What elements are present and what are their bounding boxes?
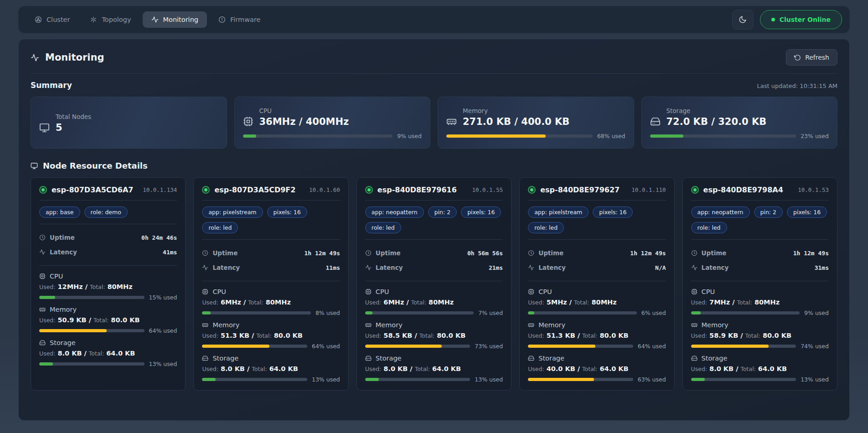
progress-label: 7% used [478, 309, 503, 316]
theme-toggle-button[interactable] [732, 10, 754, 30]
metric-title: Memory [376, 321, 403, 329]
node-tags: app: neopatternpin: 2pixels: 16role: led [365, 206, 503, 233]
progress-label: 9% used [397, 133, 422, 139]
progress-fill [243, 134, 257, 138]
metric-title: CPU [538, 288, 552, 295]
storage-icon [691, 355, 698, 361]
uptime-label: Uptime [538, 249, 563, 257]
node-divider [691, 239, 829, 240]
nav-tab[interactable]: Topology [81, 11, 140, 28]
latency-label: Latency [702, 264, 729, 271]
node-tag: pixels: 16 [787, 206, 827, 218]
metric-values: Used:8.0 KB/Total:64.0 KB [691, 365, 829, 372]
progress-label: 13% used [801, 376, 829, 383]
metric-title: CPU [702, 288, 715, 295]
progress-label: 68% used [597, 133, 625, 139]
node-details-title: Node Resource Details [31, 161, 837, 170]
progress-track [365, 345, 470, 348]
summary-grid: Total Nodes 5 CPU 36MHz / 400MHz 9% used… [31, 97, 837, 149]
summary-card-label: CPU [259, 107, 422, 114]
cpu-metric: CPU Used:7MHz/Total:80MHz 9% used [691, 288, 829, 316]
cluster-status-badge[interactable]: Cluster Online [760, 10, 842, 29]
cpu-icon [528, 289, 534, 295]
progress-track [528, 311, 637, 314]
summary-card-label: Memory [463, 107, 625, 114]
uptime-value: 0h 56m 56s [467, 250, 503, 257]
nav-tab[interactable]: Cluster [26, 11, 78, 28]
node-tag: pixels: 16 [593, 206, 633, 218]
last-updated-text: Last updated: 10:31:15 AM [757, 82, 837, 89]
refresh-button[interactable]: Refresh [786, 49, 837, 66]
node-online-dot [202, 186, 210, 194]
metric-values: Used:51.3 KB/Total:80.0 KB [202, 332, 340, 339]
storage-progress: 13% used [691, 376, 829, 383]
node-tag: pin: 2 [428, 206, 457, 218]
storage-progress: 63% used [528, 376, 666, 383]
node-name: esp-840D8E979616 [377, 186, 468, 194]
refresh-label: Refresh [805, 54, 829, 61]
progress-label: 64% used [638, 343, 666, 350]
nav-tab[interactable]: Monitoring [143, 11, 207, 28]
node-ip: 10.0.1.110 [631, 186, 666, 193]
storage-progress: 13% used [365, 376, 503, 383]
latency-label: Latency [212, 264, 240, 271]
node-tag: app: base [39, 206, 80, 218]
memory-metric: Memory Used:58.9 KB/Total:80.0 KB 74% us… [691, 321, 829, 350]
node-card: esp-840D8E979616 10.0.1.55 app: neopatte… [356, 177, 512, 391]
node-tag: app: neopattern [691, 206, 750, 218]
storage-icon [528, 355, 534, 361]
progress-label: 8% used [315, 309, 340, 316]
progress-track [446, 134, 593, 138]
metric-title: CPU [376, 288, 389, 295]
progress-fill [202, 345, 269, 348]
latency-label: Latency [50, 248, 77, 256]
node-card: esp-807D3A5CD6A7 10.0.1.134 app: baserol… [31, 177, 186, 391]
metric-values: Used:50.9 KB/Total:80.0 KB [39, 316, 177, 324]
activity-icon [202, 264, 208, 271]
memory-metric: Memory Used:51.3 KB/Total:80.0 KB 64% us… [528, 321, 666, 350]
progress-track [365, 311, 474, 314]
node-name: esp-807D3A5CD6A7 [52, 186, 138, 194]
progress-track [202, 311, 311, 314]
memory-progress: 74% used [691, 343, 829, 350]
summary-title: Summary [31, 81, 72, 90]
cpu-progress: 8% used [202, 309, 340, 316]
node-ip: 10.0.1.60 [309, 186, 340, 193]
metric-values: Used:8.0 KB/Total:64.0 KB [39, 350, 177, 357]
nav-tab-label: Firmware [230, 16, 260, 23]
storage-metric: Storage Used:8.0 KB/Total:64.0 KB 13% us… [365, 355, 503, 383]
latency-value: 31ms [815, 264, 829, 271]
node-tag: role: led [691, 222, 727, 233]
node-tag: app: pixelstream [202, 206, 263, 218]
memory-metric: Memory Used:51.3 KB/Total:80.0 KB 64% us… [202, 321, 340, 350]
cpu-progress: 7% used [365, 309, 503, 316]
progress-fill [691, 311, 701, 314]
metric-title: Memory [212, 321, 239, 329]
metric-values: Used:5MHz/Total:80MHz [528, 299, 666, 306]
node-tag: role: demo [84, 206, 128, 218]
progress-track [691, 378, 796, 381]
monitor-icon [39, 123, 50, 133]
progress-track [528, 345, 633, 348]
top-nav-right: Cluster Online [732, 10, 842, 30]
metric-values: Used:8.0 KB/Total:64.0 KB [365, 365, 503, 372]
metric-values: Used:12MHz/Total:80MHz [39, 283, 177, 290]
node-name: esp-807D3A5CD9F2 [214, 186, 305, 194]
uptime-row: Uptime 1h 12m 49s [528, 248, 666, 258]
metric-values: Used:6MHz/Total:80MHz [365, 299, 503, 306]
summary-card: CPU 36MHz / 400MHz 9% used [234, 97, 431, 149]
progress-fill [202, 378, 216, 381]
progress-label: 23% used [801, 133, 829, 139]
progress-fill [365, 345, 442, 348]
cpu-metric: CPU Used:6MHz/Total:80MHz 8% used [202, 288, 340, 316]
nav-tab[interactable]: Firmware [210, 11, 269, 28]
progress-label: 15% used [149, 294, 177, 301]
memory-icon [691, 322, 698, 328]
node-divider [365, 200, 503, 201]
refresh-icon [794, 54, 801, 61]
storage-metric: Storage Used:8.0 KB/Total:64.0 KB 13% us… [691, 355, 829, 383]
progress-label: 64% used [149, 327, 177, 334]
node-tag: pixels: 16 [267, 206, 307, 218]
node-tag: role: led [528, 222, 564, 233]
progress-label: 6% used [641, 309, 666, 316]
